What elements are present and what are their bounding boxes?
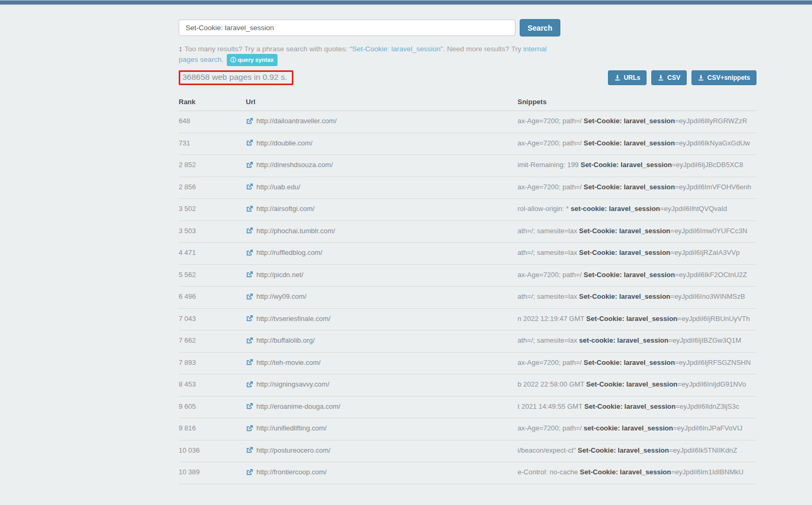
url-link[interactable]: http://airsoftgi.com/ <box>246 204 315 214</box>
snippet-cell: ax-Age=7200; path=/ Set-Cookie: laravel_… <box>518 111 756 133</box>
export-csv-button[interactable]: CSV <box>651 70 687 85</box>
snippet-prefix: ax-Age=7200; path=/ <box>518 117 584 125</box>
snippet-value: =eyJpdiI6Ino3WINMSzB <box>670 292 745 300</box>
search-button[interactable]: Search <box>520 19 560 36</box>
table-row: 4 471 http://ruffledblog.com/ ath=/; sam… <box>179 243 756 265</box>
snippet-highlight: Set-Cookie: laravel_session <box>584 139 675 147</box>
snippet-highlight: set-cookie: laravel_session <box>584 424 673 432</box>
url-link[interactable]: http://uab.edu/ <box>246 182 300 192</box>
snippet-value: =eyJpdiI6InJPaFVoVIJ <box>673 424 742 432</box>
table-header-row: Rank Url Snippets <box>179 94 756 111</box>
url-link[interactable]: http://buffalolib.org/ <box>246 335 315 345</box>
external-link-icon <box>246 446 253 454</box>
url-cell: http://wy09.com/ <box>246 287 518 309</box>
table-row: 5 562 http://picdn.net/ ax-Age=7200; pat… <box>179 264 756 287</box>
url-link[interactable]: http://picdn.net/ <box>246 270 303 280</box>
url-link[interactable]: http://tvseriesfinale.com/ <box>246 314 330 324</box>
phrase-search-link[interactable]: "Set-Cookie: laravel_session" <box>349 45 443 53</box>
updown-arrow-icon: ↕ <box>179 44 182 53</box>
snippet-cell: b 2022 22:58:00 GMT Set-Cookie: laravel_… <box>518 374 756 397</box>
url-text: http://frontiercoop.com/ <box>256 467 327 477</box>
snippet-highlight: Set-Cookie: laravel_session <box>584 402 676 410</box>
snippet-cell: ax-Age=7200; path=/ Set-Cookie: laravel_… <box>518 352 756 374</box>
snippet-highlight: set-cookie: laravel_session <box>570 205 660 213</box>
snippet-highlight: Set-Cookie: laravel_session <box>578 446 669 454</box>
export-csv-snippets-button[interactable]: CSV+snippets <box>691 70 756 85</box>
url-link[interactable]: http://frontiercoop.com/ <box>246 467 327 477</box>
table-row: 9 605 http://eroanime-douga.com/ t 2021 … <box>179 396 756 418</box>
url-link[interactable]: http://unifiedlifting.com/ <box>246 423 327 433</box>
url-text: http://doublie.com/ <box>256 138 312 148</box>
url-link[interactable]: http://ruffledblog.com/ <box>246 247 322 258</box>
snippet-prefix: imit-Remaining: 199 <box>518 161 580 169</box>
results-table: Rank Url Snippets 648 http://dailoantrav… <box>179 94 756 484</box>
rank-cell: 7 662 <box>179 330 246 353</box>
rank-cell: 7 043 <box>179 308 246 330</box>
search-input[interactable] <box>179 20 515 36</box>
snippet-value: =eyJpdiI6IldnZ3ljS3c <box>676 402 739 410</box>
external-link-icon <box>246 161 253 169</box>
snippet-value: =eyJpdiI6IkNyaGxGdUw <box>675 139 750 147</box>
snippet-value: =eyJpdiI6ImVFOHV6enh <box>675 183 751 191</box>
snippet-prefix: ax-Age=7200; path=/ <box>518 139 584 147</box>
url-link[interactable]: http://wy09.com/ <box>246 291 307 301</box>
url-link[interactable]: http://signingsavvy.com/ <box>246 379 329 389</box>
snippet-cell: ax-Age=7200; path=/ Set-Cookie: laravel_… <box>518 264 756 287</box>
snippet-value: =eyJpdiI6InIjdG91NVo <box>678 380 746 388</box>
snippets-header: Snippets <box>518 94 756 111</box>
external-link-icon <box>246 205 253 213</box>
download-icon <box>614 75 621 81</box>
snippet-cell: ath=/; samesite=lax Set-Cookie: laravel_… <box>518 287 756 309</box>
rank-cell: 6 496 <box>179 287 246 309</box>
url-cell: http://postureocero.com/ <box>246 440 518 462</box>
url-text: http://postureocero.com/ <box>256 445 330 455</box>
snippet-cell: n 2022 12:19:47 GMT Set-Cookie: laravel_… <box>518 308 756 330</box>
url-text: http://airsoftgi.com/ <box>256 204 315 214</box>
url-cell: http://signingsavvy.com/ <box>246 374 518 397</box>
info-icon: ⓘ <box>230 57 236 63</box>
external-link-icon <box>246 425 253 432</box>
url-link[interactable]: http://eroanime-douga.com/ <box>246 401 340 411</box>
url-cell: http://frontiercoop.com/ <box>246 462 518 484</box>
url-text: http://unifiedlifting.com/ <box>256 423 327 433</box>
table-row: 10 036 http://postureocero.com/ i/beacon… <box>179 440 756 462</box>
top-accent-bar <box>0 0 812 5</box>
url-text: http://phochai.tumblr.com/ <box>256 226 335 236</box>
snippet-value: =eyJpdiI6IjRZaIA3VVp <box>670 249 740 256</box>
search-bar: Search <box>179 19 756 36</box>
table-row: 731 http://doublie.com/ ax-Age=7200; pat… <box>179 133 756 155</box>
table-row: 2 856 http://uab.edu/ ax-Age=7200; path=… <box>179 177 756 199</box>
snippet-cell: imit-Remaining: 199 Set-Cookie: laravel_… <box>518 155 756 177</box>
export-urls-button[interactable]: URLs <box>608 70 647 85</box>
query-syntax-badge[interactable]: ⓘquery syntax <box>227 54 278 66</box>
table-row: 8 453 http://signingsavvy.com/ b 2022 22… <box>179 374 756 397</box>
url-cell: http://buffalolib.org/ <box>246 330 518 353</box>
search-hint: ↕Too many results? Try a phrase search w… <box>179 44 555 66</box>
url-link[interactable]: http://dailoantraveller.com/ <box>246 116 337 126</box>
export-csv-label: CSV <box>667 74 680 81</box>
url-text: http://buffalolib.org/ <box>256 335 315 345</box>
url-link[interactable]: http://postureocero.com/ <box>246 445 330 455</box>
snippet-prefix: ath=/; samesite=lax <box>518 292 579 300</box>
query-syntax-label: query syntax <box>238 57 274 63</box>
url-link[interactable]: http://dineshdsouza.com/ <box>246 160 333 170</box>
snippet-prefix: ath=/; samesite=lax <box>518 249 579 256</box>
rank-cell: 3 502 <box>179 199 246 221</box>
snippet-prefix: e-Control: no-cache <box>518 468 580 476</box>
snippet-cell: rol-allow-origin: * set-cookie: laravel_… <box>518 199 756 221</box>
url-link[interactable]: http://phochai.tumblr.com/ <box>246 226 335 236</box>
url-link[interactable]: http://doublie.com/ <box>246 138 312 148</box>
url-text: http://uab.edu/ <box>256 182 300 192</box>
url-cell: http://eroanime-douga.com/ <box>246 396 518 418</box>
url-cell: http://tvseriesfinale.com/ <box>246 308 518 330</box>
snippet-value: =eyJpdiI6IjRFSGZNSHN <box>675 359 751 366</box>
export-urls-label: URLs <box>624 74 640 81</box>
rank-cell: 8 453 <box>179 374 246 397</box>
snippet-cell: ax-Age=7200; path=/ Set-Cookie: laravel_… <box>518 133 756 155</box>
snippet-highlight: Set-Cookie: laravel_session <box>580 468 671 476</box>
external-link-icon <box>246 337 253 344</box>
snippet-prefix: ax-Age=7200; path=/ <box>518 183 584 191</box>
rank-cell: 10 389 <box>179 462 246 484</box>
url-link[interactable]: http://teh-movie.com/ <box>246 357 320 368</box>
table-row: 3 502 http://airsoftgi.com/ rol-allow-or… <box>179 199 756 221</box>
